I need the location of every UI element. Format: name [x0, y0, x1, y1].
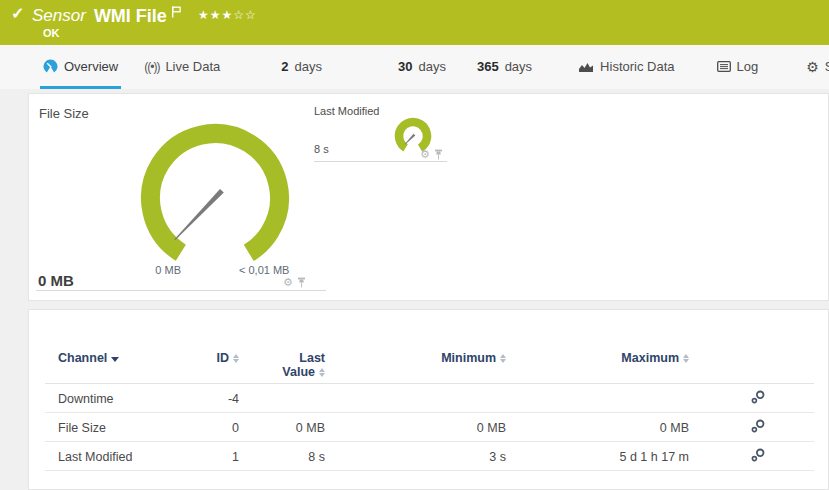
column-header-minimum-label: Minimum [441, 351, 496, 365]
log-list-icon [717, 61, 731, 72]
cell-last-value: 8 s [239, 450, 325, 464]
file-size-gauge-max-label: < 0,01 MB [239, 264, 289, 276]
tab-log-label: Log [737, 59, 759, 74]
column-header-id[interactable]: ID [206, 310, 239, 365]
cell-channel: Last Modified [58, 450, 206, 464]
file-size-gauge-min-label: 0 MB [129, 264, 181, 276]
ok-check-icon: ✓ [11, 6, 24, 22]
tab-30-days-number: 30 [398, 59, 412, 74]
column-header-maximum-label: Maximum [621, 351, 679, 365]
tab-bar: Overview ((•)) Live Data 2 days 30 days … [0, 45, 829, 89]
cell-minimum: 0 MB [325, 421, 506, 435]
cell-id: 1 [206, 450, 239, 464]
tab-live-data[interactable]: ((•)) Live Data [141, 45, 223, 89]
gauges-panel: File Size 0 MB < 0,01 MB 0 MB ⚙ Last Mod… [28, 93, 829, 301]
column-header-maximum[interactable]: Maximum [506, 310, 689, 365]
column-header-channel-label: Channel [58, 351, 107, 365]
flag-icon[interactable] [171, 4, 182, 22]
tab-settings[interactable]: ⚙ Settings [803, 45, 829, 89]
priority-stars[interactable]: ★★★☆☆ [198, 5, 257, 25]
file-size-gauge-title: File Size [39, 106, 89, 121]
column-header-channel[interactable]: Channel [58, 310, 206, 365]
table-row-downtime: Downtime -4 [29, 384, 828, 413]
last-modified-gauge-tools: ⚙ [420, 149, 443, 160]
gauge-icon [43, 59, 58, 74]
edit-channel-icon[interactable] [751, 419, 765, 433]
tab-historic-data[interactable]: Historic Data [575, 45, 677, 89]
tab-2-days-label: days [295, 59, 322, 74]
column-header-value-label: Value [282, 365, 315, 379]
cell-channel: File Size [58, 421, 206, 435]
table-row-file-size: File Size 0 0 MB 0 MB 0 MB [29, 413, 828, 442]
tab-2-days[interactable]: 2 days [278, 45, 325, 89]
tab-log[interactable]: Log [714, 45, 762, 89]
area-chart-icon [578, 61, 594, 73]
tab-30-days-label: days [418, 59, 445, 74]
edit-channel-icon[interactable] [751, 390, 765, 404]
cell-minimum: 3 s [325, 450, 506, 464]
column-header-minimum[interactable]: Minimum [325, 310, 506, 365]
tab-overview[interactable]: Overview [40, 45, 121, 89]
tab-30-days[interactable]: 30 days [395, 45, 449, 89]
cell-last-value: 0 MB [239, 421, 325, 435]
sort-caret-down-icon [111, 357, 119, 362]
settings-gear-icon: ⚙ [806, 60, 819, 74]
sensor-title: WMI File [94, 5, 167, 27]
last-modified-block-rule [314, 161, 447, 162]
gauge-needle [405, 134, 416, 145]
gauge-needle [174, 189, 223, 240]
sensor-status-text: OK [43, 27, 60, 39]
cell-id: 0 [206, 421, 239, 435]
sensor-status-header: ✓ Sensor WMI File ★★★☆☆ OK [0, 0, 829, 45]
table-row-last-modified: Last Modified 1 8 s 3 s 5 d 1 h 17 m [29, 442, 828, 471]
sensor-kind-label: Sensor [32, 5, 86, 27]
column-header-id-label: ID [217, 351, 230, 365]
file-size-current-value: 0 MB [38, 272, 74, 289]
file-size-block-rule [36, 290, 326, 291]
live-data-icon: ((•)) [144, 60, 159, 74]
column-header-last-label: Last [299, 351, 325, 365]
gauge-pin-icon[interactable] [434, 149, 443, 160]
tab-live-data-label: Live Data [165, 59, 220, 74]
gauge-pin-icon[interactable] [297, 277, 306, 288]
sort-arrows-icon [319, 368, 325, 377]
cell-id: -4 [206, 392, 239, 406]
tab-365-days[interactable]: 365 days [474, 45, 535, 89]
tab-historic-data-label: Historic Data [600, 59, 674, 74]
edit-channel-icon[interactable] [751, 448, 765, 462]
channels-panel: Channel ID Last Value Minimum Maximum [28, 309, 829, 490]
column-header-last-value[interactable]: Last Value [239, 310, 325, 379]
last-modified-gauge-title: Last Modified [314, 105, 379, 117]
file-size-gauge [135, 118, 295, 278]
gauge-settings-gear-icon[interactable]: ⚙ [283, 277, 293, 288]
cell-maximum: 0 MB [506, 421, 689, 435]
tab-365-days-label: days [505, 59, 532, 74]
sensor-title-line: Sensor WMI File ★★★☆☆ [32, 5, 257, 27]
file-size-gauge-tools: ⚙ [283, 277, 306, 288]
tab-365-days-number: 365 [477, 59, 499, 74]
channels-table-header: Channel ID Last Value Minimum Maximum [29, 310, 828, 384]
tab-settings-label: Settings [825, 59, 829, 74]
sort-arrows-icon [683, 354, 689, 363]
cell-channel: Downtime [58, 392, 206, 406]
tab-2-days-number: 2 [281, 59, 288, 74]
gauge-settings-gear-icon[interactable]: ⚙ [420, 149, 430, 160]
tab-overview-label: Overview [64, 59, 118, 74]
last-modified-current-value: 8 s [314, 143, 329, 155]
prtg-sensor-page: ✓ Sensor WMI File ★★★☆☆ OK Overview ((•)… [0, 0, 829, 490]
cell-maximum: 5 d 1 h 17 m [506, 450, 689, 464]
